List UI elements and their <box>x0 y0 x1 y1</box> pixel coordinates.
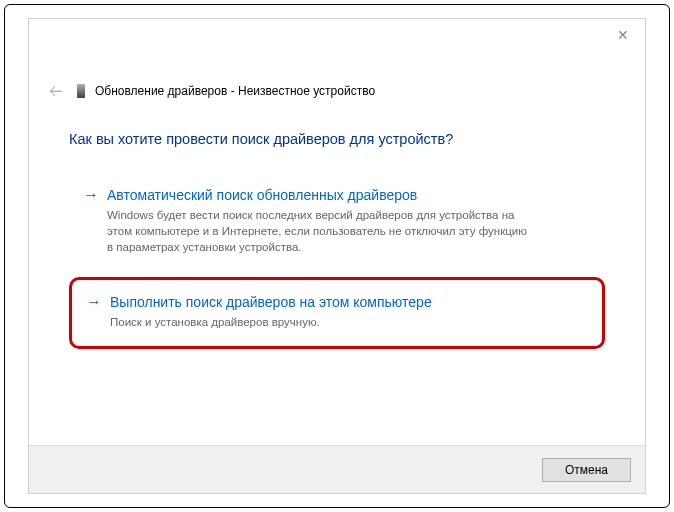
arrow-right-icon: → <box>83 185 99 205</box>
header-row: 🡠 Обновление драйверов - Неизвестное уст… <box>29 81 645 101</box>
driver-update-dialog: ✕ 🡠 Обновление драйверов - Неизвестное у… <box>28 18 646 494</box>
option-body: Выполнить поиск драйверов на этом компью… <box>110 292 588 330</box>
back-arrow-icon[interactable]: 🡠 <box>45 81 67 101</box>
option-auto-search[interactable]: → Автоматический поиск обновленных драйв… <box>69 175 605 269</box>
header-title: Обновление драйверов - Неизвестное устро… <box>95 84 375 98</box>
device-icon <box>77 84 85 98</box>
arrow-right-icon: → <box>86 292 102 312</box>
option-description: Поиск и установка драйверов вручную. <box>110 314 530 330</box>
dialog-footer: Отмена <box>29 445 645 493</box>
option-browse-computer[interactable]: → Выполнить поиск драйверов на этом комп… <box>69 277 605 349</box>
cancel-button[interactable]: Отмена <box>542 458 631 482</box>
main-content: Как вы хотите провести поиск драйверов д… <box>29 101 645 349</box>
close-icon[interactable]: ✕ <box>613 27 633 47</box>
option-description: Windows будет вести поиск последних верс… <box>107 207 527 255</box>
page-heading: Как вы хотите провести поиск драйверов д… <box>69 131 605 147</box>
option-title: Выполнить поиск драйверов на этом компью… <box>110 292 588 312</box>
titlebar: ✕ <box>29 19 645 59</box>
option-title: Автоматический поиск обновленных драйвер… <box>107 185 591 205</box>
option-body: Автоматический поиск обновленных драйвер… <box>107 185 591 255</box>
